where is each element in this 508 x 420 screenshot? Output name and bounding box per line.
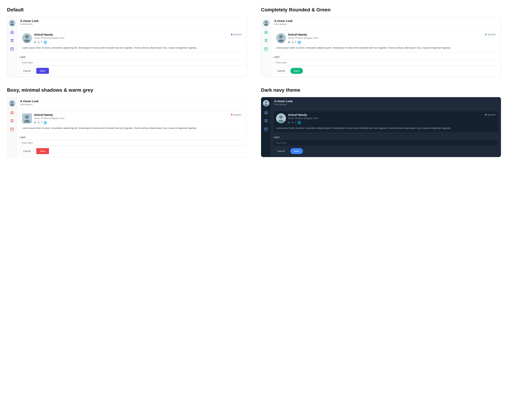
facebook-icon-green[interactable]: f bbox=[295, 41, 296, 44]
card-main-default: A closer Look Konf-abulous Ashraf Hamdy … bbox=[17, 17, 247, 77]
save-button-boxy[interactable]: Save bbox=[36, 148, 49, 154]
svg-rect-17 bbox=[265, 48, 268, 51]
form-label-green: Label bbox=[273, 56, 498, 58]
card-dark: A closer Look Konf-abulous Ashraf Hamdy … bbox=[261, 97, 501, 157]
sidebar-icon-calendar-boxy[interactable] bbox=[10, 127, 15, 132]
profile-bio-default: Lorem ipsum dolor sit amet, consectetur … bbox=[22, 46, 242, 50]
social-icons-boxy: in 𝕏 f 🌐 bbox=[34, 121, 64, 124]
card-main-boxy: A closer Look Konf-abulous Ashraf Hamdy … bbox=[17, 97, 247, 157]
form-input-green[interactable] bbox=[273, 59, 498, 66]
speaker-badge-dark: Speaker bbox=[485, 113, 496, 116]
card-subtitle-default: Konf-abulous bbox=[20, 23, 244, 25]
facebook-icon[interactable]: f bbox=[41, 41, 42, 44]
sidebar-dark bbox=[261, 97, 271, 157]
sidebar-icon-calendar-green[interactable] bbox=[264, 46, 269, 51]
form-section-green: Label Cancel Save bbox=[271, 55, 501, 77]
globe-icon[interactable]: 🌐 bbox=[44, 41, 47, 44]
twitter-icon-green[interactable]: 𝕏 bbox=[291, 41, 294, 44]
card-title-green: A closer Look bbox=[274, 19, 498, 23]
form-input-dark[interactable] bbox=[273, 140, 498, 146]
globe-icon-dark[interactable]: 🌐 bbox=[298, 121, 301, 124]
linkedin-icon-green[interactable]: in bbox=[288, 41, 290, 44]
profile-role-default: Senior Product designer, Konf bbox=[34, 37, 64, 39]
avatar-sidebar-dark bbox=[263, 100, 269, 106]
profile-section-boxy: Ashraf Hamdy Senior Product designer, Ko… bbox=[19, 111, 244, 133]
svg-rect-12 bbox=[11, 48, 14, 51]
avatar-boxy bbox=[22, 113, 32, 123]
profile-top-boxy: Ashraf Hamdy Senior Product designer, Ko… bbox=[22, 113, 242, 124]
card-default: A closer Look Konf-abulous Ashraf Hamdy … bbox=[7, 17, 247, 77]
form-actions-dark: Cancel Save bbox=[273, 148, 498, 154]
globe-icon-boxy[interactable]: 🌐 bbox=[44, 121, 47, 124]
sidebar-icon-trash[interactable] bbox=[10, 38, 15, 43]
twitter-icon-boxy[interactable]: 𝕏 bbox=[37, 121, 40, 124]
social-icons-default: in 𝕏 f 🌐 bbox=[34, 41, 64, 44]
profile-info-dark: Ashraf Hamdy Senior Product designer, Ko… bbox=[276, 113, 318, 124]
card-header-default: A closer Look Konf-abulous bbox=[17, 17, 247, 28]
avatar-sidebar-green bbox=[263, 20, 269, 26]
form-actions-boxy: Cancel Save bbox=[19, 148, 244, 154]
speaker-badge-boxy: Speaker bbox=[231, 113, 242, 116]
sidebar-icon-trash-dark[interactable] bbox=[264, 118, 269, 123]
profile-role-boxy: Senior Product designer, Konf bbox=[34, 117, 64, 119]
facebook-icon-boxy[interactable]: f bbox=[41, 121, 42, 124]
card-header-boxy: A closer Look Konf-abulous bbox=[17, 97, 247, 108]
linkedin-icon-boxy[interactable]: in bbox=[34, 121, 36, 124]
speaker-badge-default: Speaker bbox=[231, 33, 242, 36]
card-subtitle-boxy: Konf-abulous bbox=[20, 103, 244, 106]
card-title-boxy: A closer Look bbox=[20, 100, 244, 103]
linkedin-icon-dark[interactable]: in bbox=[288, 121, 290, 124]
speaker-dot-dark bbox=[485, 114, 486, 115]
profile-info-green: Ashraf Hamdy Senior Product designer, Ko… bbox=[276, 33, 318, 44]
profile-name-dark: Ashraf Hamdy bbox=[288, 113, 318, 117]
card-subtitle-dark: Konf-abulous bbox=[274, 103, 498, 106]
section-title-default: Default bbox=[7, 7, 247, 13]
sidebar-icon-calendar[interactable] bbox=[10, 46, 15, 51]
profile-top-green: Ashraf Hamdy Senior Product designer, Ko… bbox=[276, 33, 496, 44]
linkedin-icon[interactable]: in bbox=[34, 41, 36, 44]
sidebar-icon-calendar-dark[interactable] bbox=[264, 127, 269, 132]
social-icons-dark: in 𝕏 f 🌐 bbox=[288, 121, 318, 124]
sidebar-icon-home[interactable] bbox=[10, 30, 15, 35]
globe-icon-green[interactable]: 🌐 bbox=[298, 41, 301, 44]
sidebar-boxy bbox=[7, 97, 17, 157]
social-icons-green: in 𝕏 f 🌐 bbox=[288, 41, 318, 44]
speaker-badge-green: Speaker bbox=[485, 33, 496, 36]
card-green: A closer Look Konf-abulous Ashraf Hamdy … bbox=[261, 17, 501, 77]
cancel-button-dark[interactable]: Cancel bbox=[273, 148, 289, 154]
profile-name-boxy: Ashraf Hamdy bbox=[34, 113, 64, 117]
profile-name-green: Ashraf Hamdy bbox=[288, 33, 318, 36]
cancel-button-boxy[interactable]: Cancel bbox=[19, 148, 35, 154]
sidebar-icon-trash-green[interactable] bbox=[264, 38, 269, 43]
card-header-dark: A closer Look Konf-abulous bbox=[271, 97, 501, 108]
cancel-button-green[interactable]: Cancel bbox=[273, 68, 289, 74]
avatar-sidebar-boxy bbox=[9, 100, 15, 106]
section-title-boxy: Boxy, minimal shadows & warm grey bbox=[7, 87, 247, 93]
form-input-default[interactable] bbox=[19, 59, 244, 66]
save-button-default[interactable]: Save bbox=[36, 68, 49, 74]
profile-role-green: Senior Product designer, Konf bbox=[288, 37, 318, 39]
form-input-boxy[interactable] bbox=[19, 140, 244, 146]
card-subtitle-green: Konf-abulous bbox=[274, 23, 498, 25]
profile-bio-green: Lorem ipsum dolor sit amet, consectetur … bbox=[276, 46, 496, 50]
profile-bio-dark: Lorem ipsum dolor sit amet, consectetur … bbox=[276, 126, 496, 130]
profile-info-boxy: Ashraf Hamdy Senior Product designer, Ko… bbox=[22, 113, 64, 124]
sidebar-icon-home-dark[interactable] bbox=[264, 110, 269, 115]
svg-rect-27 bbox=[265, 128, 268, 131]
twitter-icon-dark[interactable]: 𝕏 bbox=[291, 121, 294, 124]
cancel-button-default[interactable]: Cancel bbox=[19, 68, 35, 74]
sidebar-default bbox=[7, 17, 17, 77]
avatar-sidebar-default bbox=[9, 20, 15, 26]
svg-rect-16 bbox=[11, 49, 12, 50]
save-button-dark[interactable]: Save bbox=[290, 148, 303, 154]
profile-top-dark: Ashraf Hamdy Senior Product designer, Ko… bbox=[276, 113, 496, 124]
profile-name-default: Ashraf Hamdy bbox=[34, 33, 64, 36]
twitter-icon[interactable]: 𝕏 bbox=[37, 41, 40, 44]
sidebar-icon-home-boxy[interactable] bbox=[10, 110, 15, 115]
sidebar-icon-home-green[interactable] bbox=[264, 30, 269, 35]
svg-rect-31 bbox=[265, 130, 266, 130]
save-button-green[interactable]: Save bbox=[290, 68, 303, 74]
sidebar-icon-trash-boxy[interactable] bbox=[10, 118, 15, 123]
form-section-dark: Label Cancel Save bbox=[271, 135, 501, 157]
facebook-icon-dark[interactable]: f bbox=[295, 121, 296, 124]
